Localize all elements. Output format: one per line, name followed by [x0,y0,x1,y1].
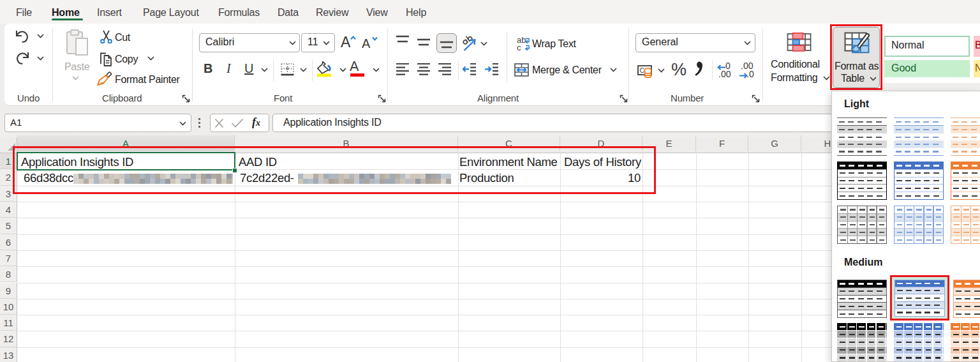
svg-text:c: c [517,43,521,52]
svg-text:C: C [640,67,644,74]
